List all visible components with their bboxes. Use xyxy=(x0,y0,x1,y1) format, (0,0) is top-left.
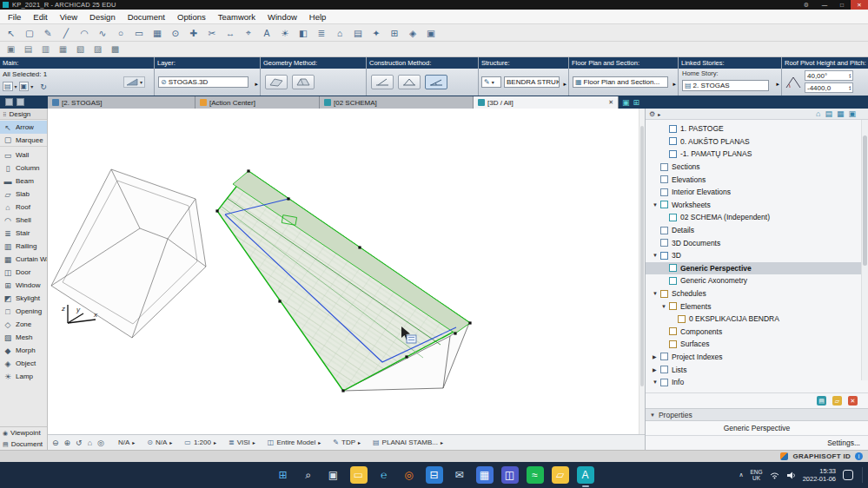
notifications-icon[interactable] xyxy=(843,470,853,480)
home-story-icon[interactable]: ⌂ xyxy=(332,28,348,38)
navigator-tree-item[interactable]: ▶ Lists xyxy=(646,363,868,376)
view-map-icon[interactable]: ▤ xyxy=(825,109,832,118)
slope-up-button[interactable] xyxy=(371,75,394,89)
menu-item[interactable]: View xyxy=(54,12,83,22)
section-more-arrow[interactable]: ▸ xyxy=(255,81,258,88)
minimize-button[interactable]: — xyxy=(816,0,833,10)
new-folder-icon[interactable]: ▱ xyxy=(832,396,842,406)
single-plane-roof-button[interactable] xyxy=(265,75,288,89)
navigator-tree-item[interactable]: Surfaces xyxy=(646,338,868,351)
toolbox-tool[interactable]: ◆ Morph xyxy=(0,344,47,357)
properties-header[interactable]: ▼ Properties xyxy=(646,408,868,421)
roof-pitch-input[interactable]: 40,00° ▴▾ xyxy=(805,70,853,81)
toolbox-tool[interactable]: ◈ Object xyxy=(0,357,47,370)
section-more-arrow[interactable]: ▸ xyxy=(673,81,676,88)
magic-wand-icon[interactable]: ✦ xyxy=(368,28,384,38)
expander-icon[interactable]: ▼ xyxy=(653,379,660,385)
pin-tabs-icon[interactable] xyxy=(5,98,13,106)
look-to-icon[interactable]: ◎ xyxy=(97,439,104,447)
quick-options-icon[interactable]: ▦ xyxy=(56,44,70,54)
navigator-tree-item[interactable]: ▶ Project Indexes xyxy=(646,351,868,364)
navigator-tree-item[interactable]: Elevations xyxy=(646,173,868,186)
titlebar-gear-icon[interactable]: ⚙ xyxy=(804,2,809,9)
zoom-in-icon[interactable]: ⊕ xyxy=(64,439,71,447)
toolbox-tool[interactable]: ◠ Shell xyxy=(0,214,47,227)
section-more-arrow[interactable]: ▸ xyxy=(776,81,779,88)
maximize-button[interactable]: □ xyxy=(833,0,851,10)
spline-tool-icon[interactable]: ∿ xyxy=(95,28,110,38)
toolbox-tool[interactable]: ▦ Curtain Wall xyxy=(0,253,47,266)
info-icon[interactable]: i xyxy=(855,452,863,460)
stretch-icon[interactable]: ↔ xyxy=(222,28,238,38)
navigator-tree-item[interactable]: ▼ Worksheets xyxy=(646,199,868,212)
grid-snap-icon[interactable]: ⊞ xyxy=(387,28,402,38)
orbit-icon[interactable]: ↺ xyxy=(76,439,83,447)
toolbox-tool[interactable]: ↖ Arrow xyxy=(0,121,47,134)
panel-toggle-icon[interactable]: ▧ xyxy=(73,44,88,54)
menu-item[interactable]: Edit xyxy=(27,12,53,22)
attribute-manager-icon[interactable]: ▩ xyxy=(108,44,123,54)
publisher-icon[interactable]: ▣ xyxy=(848,109,856,118)
target-icon[interactable]: ⌖ xyxy=(241,27,256,38)
composite-selector[interactable]: ✎ ▾ xyxy=(481,76,501,88)
edge-icon[interactable]: ℮ xyxy=(374,465,394,485)
menu-item[interactable]: Design xyxy=(83,12,122,22)
gear-icon[interactable]: ⚙ xyxy=(649,110,655,118)
toolbox-tool[interactable]: ▢ Marquee xyxy=(0,134,47,147)
guideline-icon[interactable]: ✚ xyxy=(186,28,202,38)
circle-tool-icon[interactable]: ○ xyxy=(113,28,129,38)
expander-icon[interactable]: ▶ xyxy=(653,353,660,359)
navigator-tree-item[interactable]: ▼ Schedules xyxy=(646,287,868,300)
toolbox-tool[interactable]: ◇ Zone xyxy=(0,318,47,331)
navigator-tree-item[interactable]: 0 EKSPLIKACIJA BENDRA xyxy=(646,313,868,326)
position-info[interactable]: ⊙ N/A ▸ xyxy=(147,439,172,446)
sun-settings-icon[interactable]: ☀ xyxy=(277,28,293,38)
expander-icon[interactable]: ▼ xyxy=(661,304,669,309)
arrow-method-selector[interactable]: ▾ xyxy=(123,76,145,88)
language-indicator[interactable]: ENG UK xyxy=(751,469,763,481)
roof-height-input[interactable]: -4400,0 ▴▾ xyxy=(805,82,853,93)
archicad-icon[interactable]: A xyxy=(576,465,595,485)
close-button[interactable]: ✕ xyxy=(851,0,868,10)
navigator-tree-item[interactable]: Details xyxy=(646,224,868,237)
favorites-icon[interactable]: ◈ xyxy=(405,28,421,38)
dropdown-arrow-icon[interactable]: ▸ xyxy=(658,111,660,117)
tab-manager-icon[interactable]: ▣ xyxy=(3,44,18,54)
fit-in-window-icon[interactable]: ⌂ xyxy=(88,439,92,447)
navigator-tree-item[interactable]: 0. AUKŠTO PLANAS xyxy=(646,135,868,148)
tab-action-center[interactable]: [Action Center] ✕ xyxy=(195,96,320,109)
organizer-icon[interactable]: ▤ xyxy=(21,44,36,54)
menu-item[interactable]: File xyxy=(2,12,27,22)
zoom-out-icon[interactable]: ⊖ xyxy=(52,439,59,447)
hatch-tool-icon[interactable]: ▦ xyxy=(149,28,165,38)
toolbox-tool[interactable]: ▨ Mesh xyxy=(0,331,47,344)
expander-icon[interactable]: ▼ xyxy=(653,291,660,296)
navigator-tree-item[interactable]: Generic Perspective xyxy=(646,262,868,275)
structure-combo[interactable]: BENDRA STRUKT... xyxy=(504,76,560,88)
camera-icon[interactable]: ▣ xyxy=(423,28,439,38)
menu-item[interactable]: Teamwork xyxy=(212,12,262,22)
toolbox-tool[interactable]: ▭ Wall xyxy=(0,148,47,162)
selection-info[interactable]: N/A ▸ xyxy=(116,439,135,446)
pitched-plane-button[interactable] xyxy=(425,75,447,89)
search-icon[interactable]: ⌕ xyxy=(299,465,318,485)
navigator-scrollbar[interactable] xyxy=(861,120,868,380)
box-tool-icon[interactable]: ▭ xyxy=(131,28,147,38)
shading-icon[interactable]: ◧ xyxy=(295,28,311,38)
wifi-icon[interactable] xyxy=(770,472,779,479)
home-story-combo[interactable]: ▤ 2. STOGAS xyxy=(682,80,769,91)
layer-combination[interactable]: ≣ VISI ▸ xyxy=(229,439,255,446)
worksheet-icon[interactable]: ▤ xyxy=(350,28,366,38)
arc-tool-icon[interactable]: ◠ xyxy=(76,28,92,38)
toolbox-tool[interactable]: ≣ Stair xyxy=(0,227,47,240)
toolbox-tool[interactable]: ⊞ Window xyxy=(0,279,47,292)
toolbox-tool[interactable]: ◩ Skylight xyxy=(0,292,47,305)
toolbox-tool[interactable]: ▬ Beam xyxy=(0,175,47,188)
navigator-tree-item[interactable]: 1. PASTOGE xyxy=(646,122,868,135)
toolbox-tool[interactable]: ▯ Column xyxy=(0,162,47,175)
tab-3d-all[interactable]: [3D / All] ✕ xyxy=(474,96,619,109)
snap-point-icon[interactable]: ⊙ xyxy=(168,28,183,38)
menu-item[interactable]: Window xyxy=(262,12,303,22)
tab-02-schema[interactable]: [02 SCHEMA] ✕ xyxy=(320,96,474,109)
navigator-tree-item[interactable]: -1. PAMATŲ PLANAS xyxy=(646,148,868,161)
